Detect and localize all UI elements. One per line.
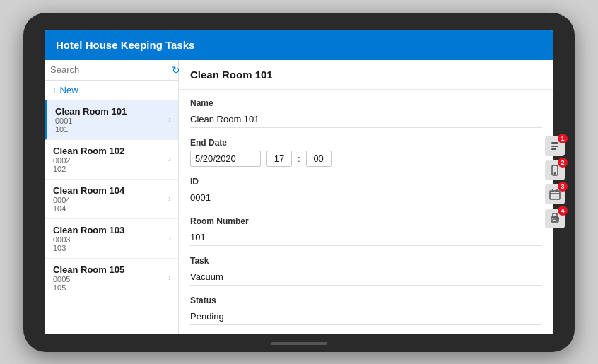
chevron-right-icon: ›	[168, 154, 171, 164]
status-field-group: Status Pending	[190, 295, 542, 325]
list-item-name: Clean Room 104	[53, 185, 168, 196]
list-item-code: 0004	[53, 196, 168, 204]
name-label: Name	[190, 98, 542, 108]
list-item-content: Clean Room 101 0001 101	[55, 106, 168, 134]
side-icon-3[interactable]: 3	[545, 184, 565, 204]
badge-2: 2	[558, 158, 568, 168]
tablet-screen: Hotel House Keeping Tasks ↻ + New	[45, 30, 553, 334]
name-field-group: Name Clean Room 101	[190, 98, 542, 128]
new-button[interactable]: + New	[45, 81, 178, 100]
room-list: Clean Room 101 0001 101 › Clean Room 102…	[45, 100, 178, 334]
svg-point-12	[557, 218, 558, 219]
list-item-room: 104	[53, 204, 168, 213]
chevron-right-icon: ›	[168, 194, 171, 204]
list-item-name: Clean Room 105	[53, 264, 168, 275]
svg-rect-11	[553, 219, 557, 221]
list-item-code: 0005	[53, 275, 168, 283]
list-item-code: 0002	[53, 156, 168, 165]
side-icon-2[interactable]: 2	[545, 160, 565, 180]
list-item-code: 0003	[53, 235, 168, 244]
end-date-input[interactable]: 5/20/2020	[190, 151, 261, 167]
svg-rect-2	[551, 148, 556, 150]
badge-4: 4	[558, 206, 568, 216]
status-value: Pending	[190, 308, 542, 325]
detail-header: Clean Room 101	[179, 60, 553, 90]
list-item-room: 103	[53, 244, 168, 252]
side-panel: 1 2 3 4	[545, 136, 565, 228]
list-item-room: 105	[53, 283, 168, 292]
list-item[interactable]: Clean Room 105 0005 105 ›	[45, 259, 178, 298]
svg-rect-0	[551, 142, 558, 144]
new-button-label: New	[60, 85, 78, 95]
list-item[interactable]: Clean Room 102 0002 102 ›	[45, 140, 178, 180]
svg-point-4	[554, 172, 556, 174]
name-value: Clean Room 101	[190, 111, 542, 128]
date-row: 5/20/2020 17 : 00	[190, 151, 542, 167]
task-field-group: Task Vacuum	[190, 256, 542, 286]
badge-3: 3	[558, 182, 568, 192]
end-time-min-input[interactable]: 00	[306, 151, 332, 167]
list-item-content: Clean Room 104 0004 104	[53, 185, 168, 213]
chevron-right-icon: ›	[168, 273, 171, 283]
list-item-code: 0001	[55, 117, 168, 125]
time-separator: :	[298, 153, 300, 164]
svg-rect-10	[553, 213, 557, 217]
id-field-group: ID 0001	[190, 177, 542, 206]
app-body: ↻ + New Clean Room 101 0001 101	[45, 60, 553, 334]
left-panel: ↻ + New Clean Room 101 0001 101	[45, 60, 179, 334]
side-icon-1[interactable]: 1	[545, 136, 565, 156]
list-item-content: Clean Room 105 0005 105	[53, 264, 168, 292]
plus-icon: +	[52, 85, 57, 95]
chevron-right-icon: ›	[168, 233, 171, 243]
list-item-name: Clean Room 103	[53, 225, 168, 235]
list-item[interactable]: Clean Room 103 0003 103 ›	[45, 219, 178, 259]
room-number-field-group: Room Number 101	[190, 216, 542, 246]
end-date-label: End Date	[190, 138, 542, 148]
app-title: Hotel House Keeping Tasks	[56, 39, 194, 51]
search-bar: ↻	[45, 60, 178, 81]
room-number-value: 101	[190, 229, 542, 246]
list-item-room: 102	[53, 165, 168, 173]
svg-rect-1	[551, 146, 558, 147]
list-item[interactable]: Clean Room 104 0004 104 ›	[45, 180, 178, 219]
badge-1: 1	[558, 134, 568, 143]
svg-rect-5	[550, 191, 560, 199]
side-icon-4[interactable]: 4	[545, 209, 565, 228]
task-label: Task	[190, 256, 542, 266]
list-item-name: Clean Room 101	[55, 106, 168, 117]
home-bar	[271, 342, 327, 345]
detail-panel: Clean Room 101 Name Clean Room 101 End D…	[179, 60, 553, 334]
list-item-content: Clean Room 103 0003 103	[53, 225, 168, 252]
end-time-hour-input[interactable]: 17	[266, 151, 292, 167]
app-header: Hotel House Keeping Tasks	[45, 30, 553, 60]
tablet-device: Hotel House Keeping Tasks ↻ + New	[23, 13, 575, 352]
list-item[interactable]: Clean Room 101 0001 101 ›	[45, 100, 178, 140]
id-value: 0001	[190, 189, 542, 206]
status-label: Status	[190, 295, 542, 305]
chevron-right-icon: ›	[168, 115, 171, 124]
search-input[interactable]	[50, 64, 169, 75]
list-item-content: Clean Room 102 0002 102	[53, 146, 168, 173]
end-date-field-group: End Date 5/20/2020 17 : 00	[190, 138, 542, 167]
list-item-name: Clean Room 102	[53, 146, 168, 156]
list-item-room: 101	[55, 125, 168, 134]
room-number-label: Room Number	[190, 216, 542, 226]
detail-body: Name Clean Room 101 End Date 5/20/2020 1…	[179, 90, 553, 334]
id-label: ID	[190, 177, 542, 187]
task-value: Vacuum	[190, 269, 542, 286]
